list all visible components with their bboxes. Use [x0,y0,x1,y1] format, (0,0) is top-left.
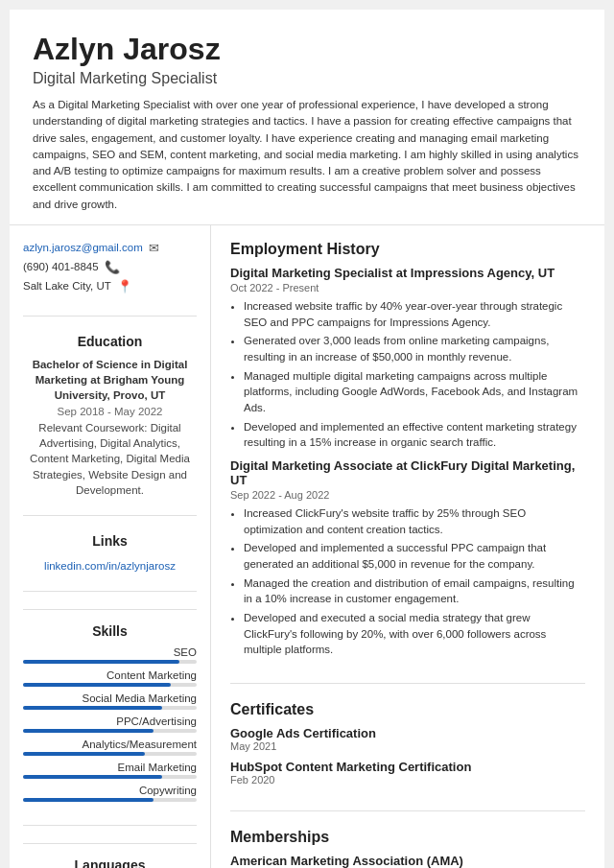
certificates-section: Certificates Google Ads Certification Ma… [230,701,585,793]
links-title: Links [23,533,197,549]
header-section: Azlyn Jarosz Digital Marketing Specialis… [10,10,604,225]
skill-bar-bg [23,729,197,733]
employment-title: Employment History [230,241,585,258]
membership-item: American Marketing Association (AMA) [230,854,585,868]
skill-bar-bg [23,775,197,779]
memberships-section: Memberships American Marketing Associati… [230,829,585,868]
skill-bar-fill [23,775,162,779]
skill-name: Content Marketing [23,669,197,681]
skill-bar-bg [23,752,197,756]
skill-item: Social Media Marketing [23,692,197,710]
divider-1 [23,316,197,317]
phone-item: (690) 401-8845 📞 [23,260,197,274]
skill-bar-fill [23,729,154,733]
skill-bar-bg [23,660,197,664]
edu-degree: Bachelor of Science in Digital Marketing… [23,357,197,403]
skill-bar-bg [23,798,197,802]
skill-name: SEO [23,646,197,658]
divider-3 [23,591,197,592]
skill-name: Email Marketing [23,762,197,773]
certs-list: Google Ads Certification May 2021 HubSpo… [230,726,585,786]
divider-4 [23,825,197,826]
skill-name: Analytics/Measurement [23,739,197,750]
skill-bar-bg [23,683,197,687]
job-block: Digital Marketing Associate at ClickFury… [230,458,585,658]
location-text: Salt Lake City, UT [23,280,111,292]
skill-item: Content Marketing [23,669,197,687]
cert-name: HubSpot Content Marketing Certification [230,760,585,774]
skills-section: Skills SEO Content Marketing Social Medi… [23,609,197,808]
job-bullets: Increased ClickFury's website traffic by… [230,505,585,658]
edu-courses: Relevant Coursework: Digital Advertising… [23,420,197,497]
skill-item: Email Marketing [23,762,197,779]
bullet: Increased ClickFury's website traffic by… [244,505,585,537]
skill-name: Social Media Marketing [23,692,197,704]
cert-name: Google Ads Certification [230,726,585,740]
skill-name: Copywriting [23,785,197,796]
bullet: Increased website traffic by 40% year-ov… [244,298,585,330]
skill-item: Analytics/Measurement [23,739,197,756]
memberships-list: American Marketing Association (AMA)Digi… [230,854,585,868]
linkedin-link[interactable]: linkedin.com/in/azlynjarosz [44,560,176,572]
job-block: Digital Marketing Specialist at Impressi… [230,266,585,451]
education-block: Bachelor of Science in Digital Marketing… [23,357,197,498]
bullet: Developed and executed a social media st… [244,610,585,658]
skill-name: PPC/Advertising [23,716,197,727]
bullet: Generated over 3,000 leads from online m… [244,333,585,364]
contact-section: azlyn.jarosz@gmail.com ✉ (690) 401-8845 … [23,241,197,298]
job-title: Digital Marketing Specialist at Impressi… [230,266,585,280]
candidate-title: Digital Marketing Specialist [33,70,581,87]
cert-block: Google Ads Certification May 2021 [230,726,585,752]
skill-item: SEO [23,646,197,664]
bullet: Managed the creation and distribution of… [244,575,585,607]
edu-dates: Sep 2018 - May 2022 [23,406,197,417]
skill-bar-fill [23,752,145,756]
languages-title: Languages [23,857,197,868]
job-bullets: Increased website traffic by 40% year-ov… [230,298,585,451]
languages-section: Languages English [23,843,197,868]
cert-date: May 2021 [230,740,585,752]
bullet: Developed and implemented an effective c… [244,419,585,451]
phone-number: (690) 401-8845 [23,261,99,272]
links-section: Links linkedin.com/in/azlynjarosz [23,533,197,574]
jobs-list: Digital Marketing Specialist at Impressi… [230,266,585,658]
skill-bar-fill [23,798,154,802]
main-body: azlyn.jarosz@gmail.com ✉ (690) 401-8845 … [10,225,604,868]
sidebar: azlyn.jarosz@gmail.com ✉ (690) 401-8845 … [10,225,211,868]
skill-bar-fill [23,706,162,710]
cert-date: Feb 2020 [230,774,585,786]
location-item: Salt Lake City, UT 📍 [23,279,197,293]
location-icon: 📍 [117,279,132,293]
education-section: Education Bachelor of Science in Digital… [23,334,197,498]
skill-item: PPC/Advertising [23,716,197,733]
skills-title: Skills [23,623,197,639]
email-icon: ✉ [149,241,159,255]
phone-icon: 📞 [105,260,120,274]
job-title: Digital Marketing Associate at ClickFury… [230,458,585,487]
divider-2 [23,515,197,516]
memberships-title: Memberships [230,829,585,846]
content-area: Employment History Digital Marketing Spe… [211,225,604,868]
cert-block: HubSpot Content Marketing Certification … [230,760,585,786]
email-item: azlyn.jarosz@gmail.com ✉ [23,241,197,255]
skill-bar-fill [23,660,179,664]
resume-container: Azlyn Jarosz Digital Marketing Specialis… [10,10,604,868]
divider-5 [230,683,585,684]
employment-section: Employment History Digital Marketing Spe… [230,241,585,666]
skill-item: Copywriting [23,785,197,802]
skill-bar-bg [23,706,197,710]
divider-6 [230,810,585,811]
email-link[interactable]: azlyn.jarosz@gmail.com [23,242,143,253]
bullet: Developed and implemented a successful P… [244,540,585,572]
skill-bar-fill [23,683,171,687]
education-title: Education [23,334,197,349]
skills-list: SEO Content Marketing Social Media Marke… [23,646,197,802]
certificates-title: Certificates [230,701,585,718]
job-dates: Sep 2022 - Aug 2022 [230,489,585,501]
candidate-name: Azlyn Jarosz [33,33,581,66]
bullet: Managed multiple digital marketing campa… [244,368,585,416]
job-dates: Oct 2022 - Present [230,282,585,293]
candidate-summary: As a Digital Marketing Specialist with o… [33,97,581,213]
